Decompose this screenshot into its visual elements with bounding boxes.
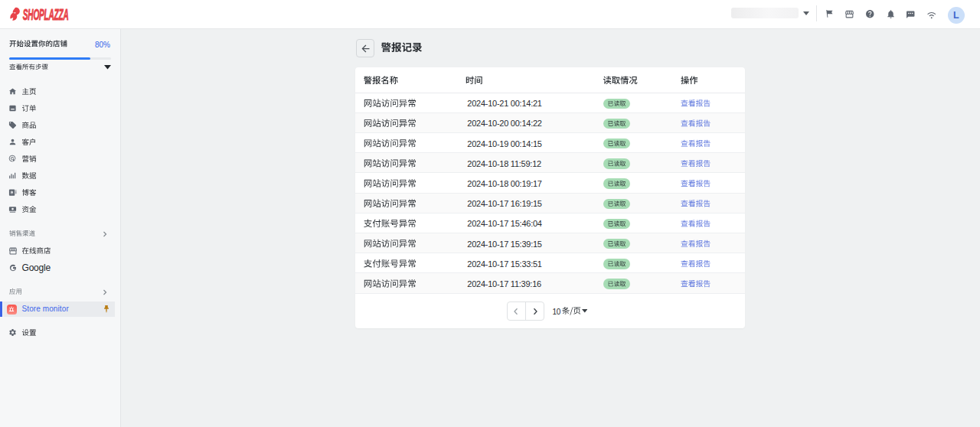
svg-text:SHOPLAZZA: SHOPLAZZA bbox=[23, 7, 69, 23]
